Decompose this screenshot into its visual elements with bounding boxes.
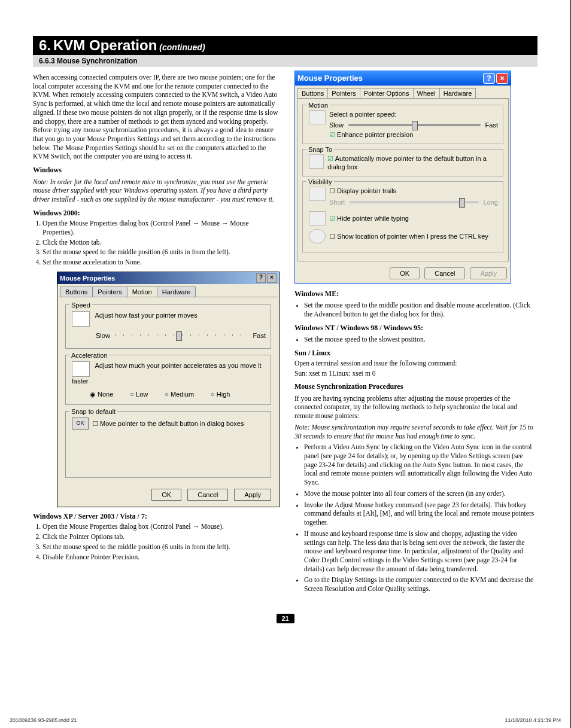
footer-right: 11/18/2010 4:21:39 PM — [505, 717, 561, 723]
fast-label: Fast — [485, 121, 498, 129]
win2000-dialog: Mouse Properties ? × Buttons Pointers Mo… — [57, 272, 280, 507]
radio-medium[interactable]: Medium — [165, 390, 194, 398]
radio-low[interactable]: Low — [130, 390, 148, 398]
snap-group: Snap To Automatically move pointer to th… — [302, 149, 503, 176]
windows-heading: Windows — [33, 166, 280, 175]
speed-slider[interactable] — [115, 334, 248, 336]
subsection-title: 6.6.3 Mouse Synchronization — [33, 55, 537, 67]
windows-note: Note: In order for the local and remote … — [33, 178, 280, 204]
footer-left: 201009236 93-2985.indd 21 — [10, 717, 77, 723]
proc-bullet: Go to the Display Settings in the comput… — [304, 575, 537, 593]
speed-slider[interactable] — [348, 124, 481, 126]
ctrl-icon — [309, 229, 326, 243]
dialog-title: Mouse Properties — [60, 274, 115, 282]
proc-bullet: Move the mouse pointer into all four cor… — [304, 489, 537, 498]
dialog-titlebar: Mouse Properties ? × — [295, 71, 511, 86]
apply-button[interactable]: Apply — [470, 267, 507, 279]
procedures-note: Note: Mouse synchronization may require … — [294, 423, 537, 440]
trails-icon — [309, 187, 326, 201]
step: Click the Motion tab. — [42, 238, 280, 247]
tab-pointers[interactable]: Pointers — [327, 88, 360, 98]
step: Set the mouse acceleration to None. — [42, 258, 280, 267]
acceleration-group: Acceleration Adjust how much your pointe… — [65, 355, 271, 405]
snap-icon — [309, 154, 324, 169]
tab-hardware[interactable]: Hardware — [157, 287, 196, 297]
dialog-tabs: Buttons Pointers Motion Hardware — [57, 284, 279, 297]
step: Set the mouse speed to the middle positi… — [42, 248, 280, 257]
close-icon[interactable]: × — [496, 73, 508, 84]
snap-legend: Snap to default — [69, 407, 117, 416]
hide-checkbox[interactable]: Hide pointer while typing — [329, 214, 409, 223]
tab-buttons[interactable]: Buttons — [60, 287, 93, 297]
page-footer: 201009236 93-2985.indd 21 11/18/2010 4:2… — [10, 717, 561, 723]
pointer-icon — [72, 311, 90, 327]
procedures-text: If you are having syncing problems after… — [294, 394, 537, 421]
ctrl-checkbox[interactable]: Show location of pointer when I press th… — [329, 232, 488, 240]
cancel-button[interactable]: Cancel — [187, 489, 228, 501]
section-continued: (continued) — [159, 42, 205, 52]
snap-legend: Snap To — [306, 145, 334, 154]
radio-none[interactable]: None — [90, 390, 113, 398]
tab-pointers[interactable]: Pointers — [92, 287, 127, 297]
sun-text1: Open a terminal session and issue the fo… — [294, 359, 537, 368]
procedures-heading: Mouse Synchronization Procedures — [294, 382, 537, 391]
step: Set the mouse speed to the middle positi… — [42, 543, 280, 552]
trails-slider — [350, 201, 478, 203]
enhance-checkbox[interactable]: Enhance pointer precision — [329, 130, 498, 139]
win2000-heading: Windows 2000: — [33, 209, 280, 218]
proc-bullet: If mouse and keyboard response time is s… — [304, 529, 537, 574]
winxp-dialog: Mouse Properties ? × Buttons Pointers Po… — [294, 71, 511, 284]
tab-wheel[interactable]: Wheel — [413, 88, 440, 98]
win2000-steps: Open the Mouse Properties dialog box (Co… — [42, 219, 280, 267]
step: Click the Pointer Options tab. — [42, 532, 280, 541]
visibility-group: Visibility Display pointer trails Short … — [302, 181, 503, 252]
hide-icon — [309, 211, 326, 226]
tab-hardware[interactable]: Hardware — [439, 88, 476, 98]
pointer-icon — [309, 110, 326, 124]
left-column: When accessing connected computers over … — [33, 71, 280, 596]
proc-bullet: Invoke the Adjust Mouse hotkey command (… — [304, 501, 537, 527]
tab-pointer-options[interactable]: Pointer Options — [360, 88, 414, 98]
dialog-titlebar: Mouse Properties ? × — [57, 272, 279, 284]
long-label: Long — [484, 198, 498, 206]
motion-legend: Motion — [306, 101, 330, 109]
acc-legend: Acceleration — [69, 351, 110, 360]
fast-label: Fast — [253, 331, 266, 340]
winxp-heading: Windows XP / Server 2003 / Vista / 7: — [33, 512, 280, 521]
winme-heading: Windows ME: — [294, 290, 537, 298]
speed-text: Adjust how fast your pointer moves — [95, 312, 197, 319]
slow-label: Slow — [329, 121, 344, 129]
radio-high[interactable]: High — [211, 390, 230, 398]
sun-heading: Sun / Linux — [294, 349, 537, 358]
snap-checkbox[interactable]: Automatically move pointer to the defaul… — [327, 154, 498, 171]
apply-button[interactable]: Apply — [234, 489, 271, 501]
slow-label: Slow — [96, 331, 110, 340]
motion-group: Motion Select a pointer speed: Slow Fast — [302, 105, 503, 144]
dialog-tabs: Buttons Pointers Pointer Options Wheel H… — [295, 86, 511, 98]
ok-button[interactable]: OK — [390, 267, 420, 279]
nt-bullet: Set the mouse speed to the slowest posit… — [304, 335, 537, 344]
tab-motion[interactable]: Motion — [127, 287, 157, 297]
short-label: Short — [329, 198, 345, 206]
proc-bullet: Perform a Video Auto Sync by clicking on… — [304, 443, 537, 487]
me-bullet: Set the mouse speed to the middle positi… — [304, 301, 537, 318]
close-icon[interactable]: × — [267, 273, 277, 283]
winnt-heading: Windows NT / Windows 98 / Windows 95: — [294, 324, 537, 333]
accel-icon — [72, 361, 90, 377]
ok-icon: OK — [72, 418, 89, 430]
ok-button[interactable]: OK — [151, 489, 181, 501]
snap-checkbox[interactable]: Move pointer to the default button in di… — [92, 419, 244, 428]
step: Open the Mouse Properties dialog box (Co… — [42, 219, 280, 236]
motion-text: Select a pointer speed: — [329, 110, 498, 118]
step: Open the Mouse Properties dialog box (Co… — [42, 522, 280, 531]
cancel-button[interactable]: Cancel — [424, 267, 465, 279]
dialog-title: Mouse Properties — [297, 74, 363, 84]
trails-checkbox[interactable]: Display pointer trails — [329, 187, 498, 195]
speed-group: Speed Adjust how fast your pointer moves… — [65, 304, 271, 349]
right-column: Mouse Properties ? × Buttons Pointers Po… — [294, 71, 537, 596]
tab-buttons[interactable]: Buttons — [297, 88, 328, 98]
step: Disable Enhance Pointer Precision. — [42, 553, 280, 562]
help-icon[interactable]: ? — [483, 73, 495, 84]
help-icon[interactable]: ? — [256, 273, 266, 283]
acc-text: Adjust how much your pointer accelerates… — [72, 362, 262, 385]
